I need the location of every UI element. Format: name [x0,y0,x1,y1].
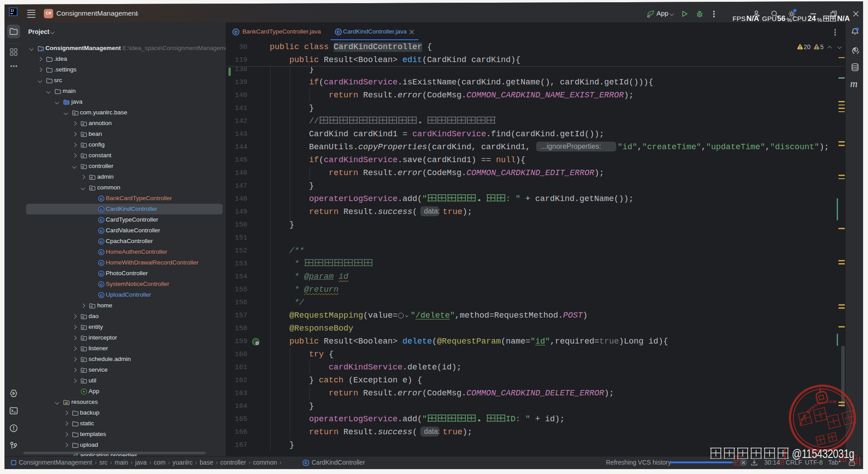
svg-text:C: C [100,239,102,243]
svg-text:C: C [100,261,102,265]
svg-text:C: C [337,30,340,34]
svg-text:C: C [100,207,102,211]
svg-text:IJ: IJ [10,9,14,13]
svg-text:C: C [100,282,102,286]
svg-text:C: C [100,229,102,233]
svg-text:C: C [305,461,307,465]
svg-text:C: C [100,293,102,297]
svg-text:C: C [234,30,237,34]
svg-text:C: C [100,250,102,254]
svg-text:C: C [100,197,102,201]
svg-text:C: C [100,218,102,222]
svg-text:C: C [100,272,102,276]
